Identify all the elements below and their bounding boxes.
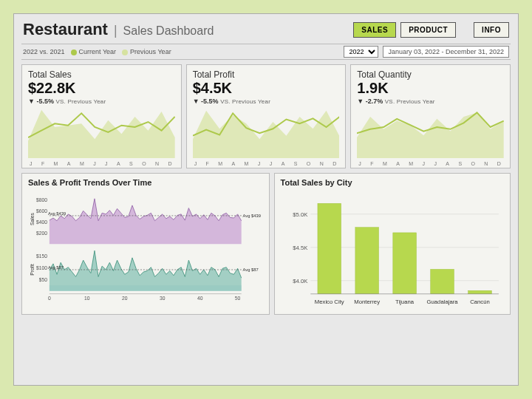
svg-text:20: 20 [122,296,128,301]
kpi-delta-value: -5.5% [201,98,219,105]
trends-card: Sales & Profit Trends Over Time $200$400… [21,173,270,315]
kpi-card-profit: Total Profit $4.5K ▼ -5.5% VS. Previous … [186,64,347,168]
header: Restaurant | Sales Dashboard SALES PRODU… [21,20,511,44]
legend-current-label: Current Year [79,48,117,55]
svg-rect-33 [392,233,416,294]
year-select[interactable]: 2022 [344,46,378,58]
sales-tab-button[interactable]: SALES [353,22,396,38]
svg-text:Guadalajara: Guadalajara [426,299,458,305]
legend-current: Current Year [71,48,117,55]
svg-text:$4.5K: $4.5K [293,245,308,251]
svg-text:10: 10 [84,296,90,301]
product-tab-button[interactable]: PRODUCT [400,22,456,38]
sparkline-sales [28,106,175,158]
svg-text:Profit: Profit [30,264,35,276]
svg-text:Avg $439: Avg $439 [243,214,261,218]
kpi-title: Total Profit [193,69,340,80]
svg-text:$100: $100 [36,265,47,270]
bottom-row: Sales & Profit Trends Over Time $200$400… [21,173,511,315]
kpi-delta: ▼ -5.5% VS. Previous Year [28,98,175,105]
legend-previous: Previous Year [122,48,171,55]
kpi-card-quantity: Total Quantity 1.9K ▼ -2.7% VS. Previous… [350,64,511,168]
svg-rect-37 [468,290,491,294]
title-separator: | [114,23,117,38]
kpi-title: Total Quantity [357,69,504,80]
svg-text:40: 40 [197,296,203,301]
month-axis: JFMAMJJASOND [28,161,175,166]
kpi-title: Total Sales [28,69,175,80]
date-range-picker[interactable]: January 03, 2022 - December 31, 2022 [383,46,509,58]
svg-rect-35 [430,269,454,293]
svg-text:Monterrey: Monterrey [354,299,380,305]
svg-text:50: 50 [235,296,241,301]
kpi-vs-label: VS. Previous Year [55,98,106,105]
kpi-delta-value: -2.7% [366,98,383,105]
svg-text:$800: $800 [36,197,47,202]
city-bar-chart: $4.0K$4.5K$5.0KMexico CityMonterreyTijua… [281,188,504,310]
svg-text:Sales: Sales [30,213,35,225]
svg-text:$4.0K: $4.0K [293,278,308,284]
month-axis: JFMAMJJASOND [193,161,340,166]
city-card: Total Sales by City $4.0K$4.5K$5.0KMexic… [274,173,511,315]
dashboard: Restaurant | Sales Dashboard SALES PRODU… [13,13,519,386]
down-arrow-icon: ▼ [193,98,200,105]
kpi-value: 1.9K [357,80,504,97]
kpi-value: $4.5K [193,80,340,97]
down-arrow-icon: ▼ [28,98,35,105]
trends-title: Sales & Profit Trends Over Time [28,178,263,187]
legend-previous-label: Previous Year [130,48,171,55]
svg-rect-31 [355,228,378,294]
svg-text:Mexico City: Mexico City [314,299,344,305]
kpi-card-sales: Total Sales $22.8K ▼ -5.5% VS. Previous … [21,64,182,168]
legend-left: 2022 vs. 2021 Current Year Previous Year [23,48,171,55]
svg-text:Avg $87: Avg $87 [48,265,64,270]
title-block: Restaurant | Sales Dashboard [23,20,214,39]
svg-text:$200: $200 [36,231,47,236]
month-axis: JFMAMJJASOND [357,161,504,166]
kpi-delta: ▼ -5.5% VS. Previous Year [193,98,340,105]
sparkline-quantity [357,106,504,158]
kpi-delta: ▼ -2.7% VS. Previous Year [357,98,504,105]
compare-label: 2022 vs. 2021 [23,48,65,55]
svg-text:Avg $439: Avg $439 [48,211,66,216]
kpi-vs-label: VS. Previous Year [385,98,435,105]
svg-text:$5.0K: $5.0K [293,211,308,218]
down-arrow-icon: ▼ [357,98,364,105]
kpi-vs-label: VS. Previous Year [220,98,270,105]
svg-text:$400: $400 [36,219,47,225]
sparkline-profit [193,106,340,158]
kpi-delta-value: -5.5% [36,98,54,105]
page-title: Restaurant [23,20,108,39]
svg-rect-29 [318,203,341,293]
svg-text:Cancún: Cancún [470,299,490,305]
swatch-previous-icon [122,50,128,55]
kpi-value: $22.8K [28,80,175,97]
svg-text:$600: $600 [36,208,47,214]
svg-text:$150: $150 [36,253,47,259]
trends-chart: $200$400$600$800SalesAvg $439Avg $439$50… [28,188,263,310]
legend-right: 2022 January 03, 2022 - December 31, 202… [344,46,509,58]
svg-text:30: 30 [160,296,166,301]
legend-row: 2022 vs. 2021 Current Year Previous Year… [21,44,511,60]
svg-text:Tijuana: Tijuana [395,299,415,305]
header-buttons: SALES PRODUCT INFO [353,22,509,38]
city-title: Total Sales by City [281,178,504,187]
kpi-row: Total Sales $22.8K ▼ -5.5% VS. Previous … [21,64,511,168]
info-button[interactable]: INFO [474,22,509,38]
svg-text:$50: $50 [39,277,47,282]
page-subtitle: Sales Dashboard [123,24,214,38]
svg-text:0: 0 [48,296,51,301]
swatch-current-icon [71,50,77,55]
svg-text:Avg $87: Avg $87 [243,267,259,272]
